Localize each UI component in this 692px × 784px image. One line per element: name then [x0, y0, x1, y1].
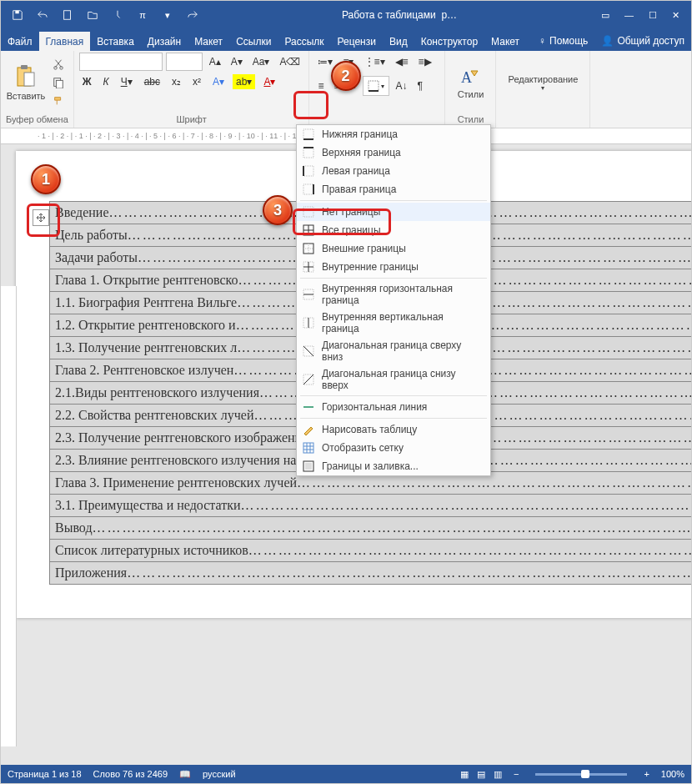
tab-файл[interactable]: Файл	[1, 32, 39, 51]
b-top-icon	[302, 146, 315, 159]
tell-me-search[interactable]: ♀ Помощь	[532, 31, 594, 51]
border-menu-item[interactable]: Границы и заливка...	[297, 457, 490, 475]
show-marks-icon[interactable]: ¶	[414, 76, 426, 96]
border-menu-item[interactable]: Нижняя граница	[297, 125, 490, 143]
underline-icon[interactable]: Ч▾	[118, 74, 136, 89]
close-icon[interactable]: ✕	[672, 10, 679, 21]
font-color-icon[interactable]: A▾	[260, 74, 278, 89]
window-title: Работа с таблицами р…	[209, 9, 589, 21]
tab-макет[interactable]: Макет	[188, 32, 229, 51]
svg-line-37	[303, 374, 313, 384]
font-name-combo[interactable]	[79, 53, 163, 71]
zoom-in-icon[interactable]: +	[644, 769, 649, 779]
svg-rect-4	[24, 73, 34, 86]
grid-icon	[302, 441, 315, 455]
ribbon-options-icon[interactable]: ▭	[601, 10, 609, 21]
tab-макет[interactable]: Макет	[484, 32, 526, 51]
shrink-font-icon[interactable]: A▾	[228, 53, 246, 71]
print-layout-icon[interactable]: ▤	[477, 769, 485, 780]
word-count[interactable]: Слово 76 из 2469	[93, 769, 168, 779]
font-size-combo[interactable]	[166, 53, 203, 71]
save-icon[interactable]	[9, 7, 26, 23]
border-menu-item[interactable]: Внутренняя вертикальная граница	[297, 309, 490, 337]
strike-icon[interactable]: abc	[141, 74, 163, 89]
format-painter-icon[interactable]	[49, 93, 68, 108]
share-button[interactable]: 👤 Общий доступ	[594, 31, 691, 51]
border-menu-item[interactable]: Отобразить сетку	[297, 439, 490, 457]
editing-button[interactable]: Редактирование▾	[501, 55, 584, 110]
ribbon: Вставить Буфер обмена A▴ A▾ Aa▾ A⌫	[1, 51, 691, 128]
tab-ссылки[interactable]: Ссылки	[229, 32, 278, 51]
highlight-icon[interactable]: ab▾	[233, 74, 255, 89]
vertical-ruler[interactable]	[1, 286, 17, 746]
border-menu-item[interactable]: Диагональная граница сверху вниз	[297, 337, 490, 365]
svg-rect-16	[303, 166, 313, 176]
pi-icon[interactable]: π	[134, 7, 151, 23]
tab-рецензи[interactable]: Рецензи	[331, 32, 383, 51]
change-case-icon[interactable]: Aa▾	[249, 53, 273, 71]
italic-icon[interactable]: К	[100, 74, 113, 89]
touch-icon[interactable]	[109, 7, 126, 23]
page-indicator[interactable]: Страница 1 из 18	[8, 769, 82, 779]
subscript-icon[interactable]: x₂	[168, 74, 184, 89]
border-menu-item[interactable]: Внешние границы	[297, 239, 490, 258]
borders-button[interactable]: ▾	[363, 76, 389, 96]
b-left-icon	[302, 164, 315, 178]
text-effects-icon[interactable]: A▾	[209, 74, 228, 89]
border-menu-item[interactable]: Внутренняя горизонтальная граница	[297, 280, 490, 309]
font-group: A▴ A▾ Aa▾ A⌫ Ж К Ч▾ abc x₂ x² A▾ ab▾ A▾	[74, 51, 310, 128]
copy-icon[interactable]	[49, 75, 68, 90]
tab-дизайн[interactable]: Дизайн	[141, 32, 188, 51]
table-move-handle[interactable]	[33, 209, 49, 226]
sort-icon[interactable]: A↓	[393, 76, 411, 96]
tab-рассылк[interactable]: Рассылк	[278, 32, 330, 51]
align-left-icon[interactable]: ≡	[314, 76, 327, 96]
border-menu-item[interactable]: Нарисовать таблицу	[297, 420, 490, 439]
multilevel-icon[interactable]: ⋮≡▾	[361, 54, 389, 69]
clear-format-icon[interactable]: A⌫	[276, 53, 303, 71]
minimize-icon[interactable]: —	[624, 10, 634, 21]
table-row[interactable]: Приложения…………………………………………………………………………………	[50, 562, 692, 585]
maximize-icon[interactable]: ☐	[649, 10, 657, 21]
superscript-icon[interactable]: x²	[189, 74, 204, 89]
b-none-icon	[302, 205, 315, 219]
border-menu-item[interactable]: Левая граница	[297, 162, 490, 180]
read-mode-icon[interactable]: ▦	[460, 769, 469, 780]
border-menu-item[interactable]: Верхняя граница	[297, 143, 490, 162]
tab-конструктор[interactable]: Конструктор	[414, 32, 484, 51]
table-row[interactable]: 3.1. Преимущества и недостатки……………………………	[50, 495, 692, 517]
draw-icon	[302, 423, 315, 436]
border-menu-item[interactable]: Правая граница	[297, 180, 490, 199]
table-row[interactable]: Список литературных источников……………………………	[50, 540, 692, 562]
paste-button[interactable]: Вставить	[6, 55, 46, 110]
bold-icon[interactable]: Ж	[79, 74, 95, 89]
svg-rect-0	[15, 11, 18, 14]
web-layout-icon[interactable]: ▥	[494, 769, 502, 780]
border-menu-item[interactable]: Внутренние границы	[297, 258, 490, 276]
border-menu-item[interactable]: Все границы	[297, 221, 490, 239]
language-indicator[interactable]: русский	[203, 769, 235, 779]
qat-more-icon[interactable]: ▾	[159, 7, 176, 23]
new-doc-icon[interactable]	[59, 7, 76, 23]
b-right-icon	[302, 183, 315, 196]
border-menu-item[interactable]: Диагональная граница снизу вверх	[297, 365, 490, 394]
tab-вид[interactable]: Вид	[383, 32, 414, 51]
increase-indent-icon[interactable]: ≡▶	[415, 54, 435, 69]
table-row[interactable]: Вывод………………………………………………………………………………………………	[50, 517, 692, 540]
redo-icon[interactable]	[184, 7, 201, 23]
undo-icon[interactable]	[34, 7, 51, 23]
cut-icon[interactable]	[49, 57, 68, 72]
tab-вставка[interactable]: Вставка	[90, 32, 141, 51]
border-menu-item[interactable]: Нет границы	[297, 203, 490, 221]
grow-font-icon[interactable]: A▴	[206, 53, 224, 71]
zoom-level[interactable]: 100%	[661, 769, 684, 779]
decrease-indent-icon[interactable]: ◀≡	[392, 54, 412, 69]
svg-rect-12	[303, 129, 313, 139]
open-icon[interactable]	[84, 7, 101, 23]
zoom-out-icon[interactable]: −	[514, 769, 519, 779]
tab-главная[interactable]: Главная	[39, 32, 91, 51]
styles-button[interactable]: A Стили	[450, 55, 490, 110]
border-menu-item[interactable]: Горизонтальная линия	[297, 398, 490, 416]
zoom-slider[interactable]	[535, 773, 627, 776]
spellcheck-icon[interactable]: 📖	[179, 769, 191, 780]
